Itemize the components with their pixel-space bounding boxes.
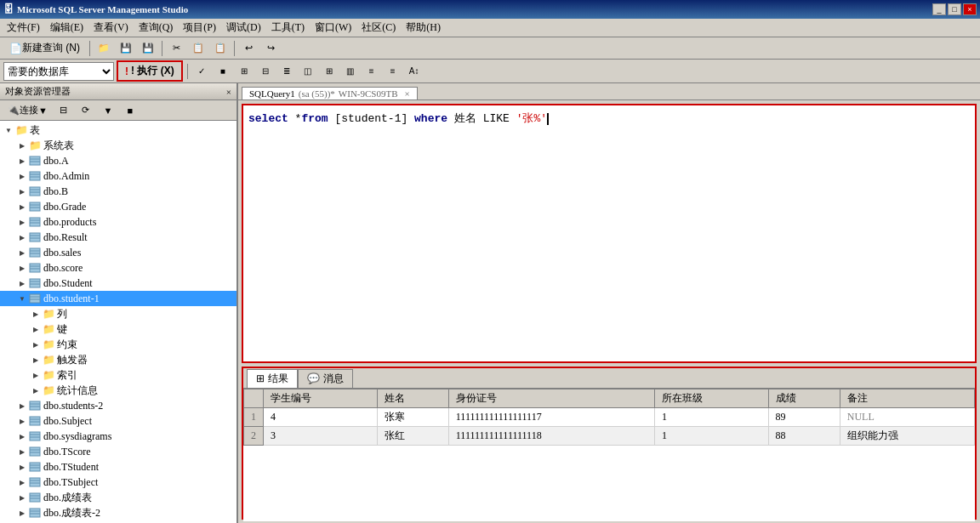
table-cell: NULL bbox=[840, 408, 974, 427]
tree-item[interactable]: ▶dbo.Student bbox=[0, 276, 236, 291]
tree-item[interactable]: ▶dbo.score bbox=[0, 260, 236, 276]
tree-item[interactable]: ▶dbo.成绩表 bbox=[0, 490, 236, 505]
tree-item[interactable]: ▶📁触发器 bbox=[0, 352, 236, 367]
tree-expand-icon: ▶ bbox=[17, 508, 27, 518]
results-to-file[interactable]: ◫ bbox=[299, 62, 317, 81]
query-editor[interactable]: select *from [student-1] where 姓名 LIKE '… bbox=[242, 104, 977, 363]
table-row[interactable]: 14张寒111111111111111117189NULL bbox=[244, 408, 975, 427]
tree-node-icon bbox=[29, 232, 41, 242]
svg-rect-39 bbox=[30, 447, 40, 456]
tree-node-icon bbox=[29, 202, 41, 212]
tree-item[interactable]: ▶dbo.students-2 bbox=[0, 398, 236, 413]
undo-button[interactable]: ↩ bbox=[238, 39, 259, 58]
tree-item[interactable]: ▶dbo.A bbox=[0, 153, 236, 168]
table-cell: 1 bbox=[654, 408, 768, 427]
tree-item[interactable]: ▶dbo.sales bbox=[0, 245, 236, 260]
paste-button[interactable]: 📋 bbox=[210, 39, 231, 58]
main-layout: 对象资源管理器 × 🔌 连接 ▼ ⊟ ⟳ ▼ ■ ▼📁表▶📁系统表▶dbo.A▶… bbox=[0, 83, 980, 523]
menu-debug[interactable]: 调试(D) bbox=[221, 19, 266, 37]
refresh-explorer-button[interactable]: ⟳ bbox=[76, 101, 96, 120]
tree-node-icon bbox=[29, 508, 41, 518]
parse-button[interactable]: ⊞ bbox=[235, 62, 254, 81]
panel-close-icon[interactable]: × bbox=[226, 87, 231, 97]
tree-item-label: dbo.B bbox=[43, 185, 68, 198]
check-button[interactable]: ✓ bbox=[192, 62, 211, 81]
results-messages-icon: 💬 bbox=[307, 372, 320, 385]
stop-button[interactable]: ■ bbox=[214, 62, 232, 81]
stop-explorer-button[interactable]: ■ bbox=[120, 101, 140, 120]
tree-item[interactable]: ▶📁约束 bbox=[0, 337, 236, 352]
menu-file[interactable]: 文件(F) bbox=[2, 19, 45, 37]
sort-button[interactable]: A↕ bbox=[405, 62, 424, 81]
new-query-button[interactable]: 📄 新建查询 (N) bbox=[3, 39, 86, 58]
tree-item[interactable]: ▼📁表 bbox=[0, 122, 236, 138]
tree-node-icon bbox=[29, 156, 41, 166]
col-class: 所在班级 bbox=[654, 389, 768, 408]
table-row[interactable]: 23张红111111111111111118188组织能力强 bbox=[244, 427, 975, 446]
menu-project[interactable]: 项目(P) bbox=[178, 19, 221, 37]
save-all-button[interactable]: 💾 bbox=[138, 39, 158, 58]
set-cols[interactable]: ≡ bbox=[384, 62, 402, 81]
toolbar-separator-1 bbox=[89, 41, 90, 56]
copy-button[interactable]: 📋 bbox=[188, 39, 208, 58]
tree-item[interactable]: ▶dbo.Subject bbox=[0, 413, 236, 429]
svg-rect-12 bbox=[30, 218, 40, 226]
tree-item[interactable]: ▶dbo.Grade bbox=[0, 199, 236, 214]
menu-help[interactable]: 帮助(H) bbox=[401, 19, 446, 37]
tree-item[interactable]: ▼dbo.student-1 bbox=[0, 291, 236, 306]
tree-item-label: 约束 bbox=[57, 338, 77, 352]
database-select[interactable]: 需要的数据库 bbox=[3, 62, 114, 81]
menu-query[interactable]: 查询(Q) bbox=[134, 19, 179, 37]
tree-item[interactable]: ▶dbo.B bbox=[0, 184, 236, 199]
tree-item[interactable]: ▶dbo.Admin bbox=[0, 168, 236, 184]
connect-button[interactable]: 🔌 连接 ▼ bbox=[3, 101, 52, 120]
cut-button[interactable]: ✂ bbox=[166, 39, 186, 58]
open-button[interactable]: 📁 bbox=[94, 39, 114, 58]
redo-button[interactable]: ↪ bbox=[260, 39, 281, 58]
tree-item[interactable]: ▶dbo.成绩表-2 bbox=[0, 505, 236, 520]
tree-expand-icon: ▶ bbox=[17, 462, 27, 472]
close-button[interactable]: × bbox=[963, 3, 977, 15]
tree-item[interactable]: ▶📁键 bbox=[0, 321, 236, 337]
tree-expand-icon: ▶ bbox=[31, 370, 41, 380]
set-rows[interactable]: ≡ bbox=[362, 62, 381, 81]
query-tab[interactable]: SQLQuery1 (sa (55))* WIN-9CS09TB × bbox=[242, 87, 418, 99]
tree-item-label: dbo.sales bbox=[43, 247, 81, 259]
results-to-grid[interactable]: ⊟ bbox=[256, 62, 275, 81]
maximize-button[interactable]: □ bbox=[948, 3, 961, 15]
tree-item[interactable]: ▶📁列 bbox=[0, 306, 236, 321]
tree-item[interactable]: ▶dbo.Result bbox=[0, 230, 236, 245]
include-client[interactable]: ⊞ bbox=[320, 62, 339, 81]
query-tab-close-icon[interactable]: × bbox=[405, 88, 410, 99]
minimize-button[interactable]: _ bbox=[932, 3, 946, 15]
save-button[interactable]: 💾 bbox=[116, 39, 136, 58]
tree-item[interactable]: ▶📁系统表 bbox=[0, 138, 236, 153]
window-controls: _ □ × bbox=[932, 3, 977, 15]
tree-node-icon: 📁 bbox=[43, 385, 54, 395]
menu-view[interactable]: 查看(V) bbox=[88, 19, 134, 37]
tree-item[interactable]: ▶dbo.products bbox=[0, 214, 236, 230]
execute-button[interactable]: ! ! 执行 (X) bbox=[117, 60, 183, 82]
tree-item[interactable]: ▶dbo.TScore bbox=[0, 444, 236, 459]
disconnect-button[interactable]: ⊟ bbox=[54, 101, 74, 120]
col-name: 姓名 bbox=[377, 389, 448, 408]
menu-community[interactable]: 社区(C) bbox=[356, 19, 401, 37]
tree-expand-icon: ▶ bbox=[17, 186, 27, 196]
results-tab-messages[interactable]: 💬 消息 bbox=[298, 369, 353, 388]
menu-edit[interactable]: 编辑(E) bbox=[45, 19, 88, 37]
tree-item[interactable]: ▶📁统计信息 bbox=[0, 383, 236, 398]
tree-item[interactable]: ▶📁索引 bbox=[0, 367, 236, 383]
query-options[interactable]: ▥ bbox=[341, 62, 360, 81]
tree-item[interactable]: ▶dbo.TStudent bbox=[0, 459, 236, 475]
results-to-text[interactable]: ≣ bbox=[277, 62, 296, 81]
new-query-icon: 📄 bbox=[9, 43, 22, 54]
tree-item[interactable]: ▶dbo.TSubject bbox=[0, 475, 236, 490]
filter-button[interactable]: ▼ bbox=[98, 101, 118, 120]
menu-tools[interactable]: 工具(T) bbox=[266, 19, 310, 37]
svg-rect-30 bbox=[30, 401, 40, 410]
svg-rect-33 bbox=[30, 417, 40, 425]
svg-rect-48 bbox=[30, 493, 40, 502]
results-tab-results[interactable]: ⊞ 结果 bbox=[247, 369, 298, 388]
menu-window[interactable]: 窗口(W) bbox=[310, 19, 356, 37]
tree-item[interactable]: ▶dbo.sysdiagrams bbox=[0, 429, 236, 444]
